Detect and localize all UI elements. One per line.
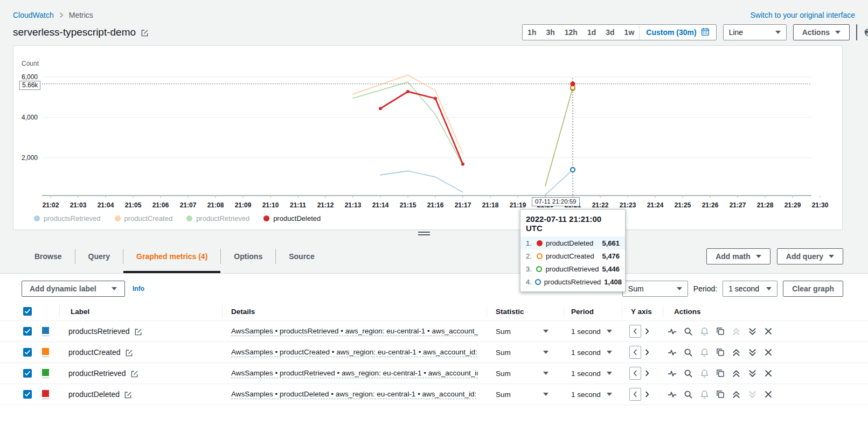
edit-title-icon[interactable] <box>141 29 149 37</box>
chevron-down-icon[interactable] <box>543 372 548 375</box>
row-checkbox[interactable] <box>23 327 32 336</box>
row-checkbox[interactable] <box>23 369 32 378</box>
y-axis-right-button[interactable] <box>643 349 651 356</box>
create-alarm-icon[interactable] <box>700 390 709 399</box>
x-tick-label: 21:28 <box>753 201 777 209</box>
remove-metric-icon[interactable] <box>764 348 773 357</box>
legend-item-productDeleted[interactable]: productDeleted <box>263 214 321 222</box>
switch-interface-link[interactable]: Switch to your original interface <box>750 11 855 19</box>
y-axis-right-button[interactable] <box>643 328 651 335</box>
custom-range-button[interactable]: Custom (30m) <box>640 27 716 38</box>
color-swatch[interactable] <box>42 327 49 336</box>
chevron-down-icon[interactable] <box>607 330 612 333</box>
move-down-icon[interactable] <box>748 327 757 336</box>
statistic-select[interactable]: Sum <box>622 281 688 297</box>
remove-metric-icon[interactable] <box>764 369 773 378</box>
y-axis-left-button[interactable] <box>629 346 641 359</box>
time-range-3h[interactable]: 3h <box>541 25 559 40</box>
search-metric-icon[interactable] <box>684 327 693 336</box>
color-swatch[interactable] <box>42 348 49 357</box>
remove-metric-icon[interactable] <box>764 390 773 399</box>
tab-browse[interactable]: Browse <box>22 240 75 273</box>
move-down-icon[interactable] <box>748 348 757 357</box>
refresh-options-button[interactable] <box>857 24 868 40</box>
time-range-3d[interactable]: 3d <box>601 25 619 40</box>
legend-item-productsRetrieved[interactable]: productsRetrieved <box>34 214 101 222</box>
row-statistic[interactable]: Sum <box>496 384 511 405</box>
move-up-icon[interactable] <box>732 369 741 378</box>
time-range-1w[interactable]: 1w <box>620 25 640 40</box>
row-period[interactable]: 1 second <box>571 342 601 363</box>
search-metric-icon[interactable] <box>684 348 693 357</box>
row-checkbox[interactable] <box>23 390 32 399</box>
create-alarm-icon[interactable] <box>700 327 709 336</box>
time-range-1d[interactable]: 1d <box>582 25 601 40</box>
tab-graphed-metrics-4[interactable]: Graphed metrics (4) <box>123 240 220 273</box>
duplicate-metric-icon[interactable] <box>716 327 725 336</box>
y-axis-right-button[interactable] <box>643 391 651 398</box>
graph-this-metric-icon[interactable] <box>668 348 677 357</box>
row-statistic[interactable]: Sum <box>496 363 511 384</box>
row-period[interactable]: 1 second <box>571 384 601 405</box>
edit-label-icon[interactable] <box>130 370 138 378</box>
panel-resize-handle[interactable] <box>418 232 430 235</box>
select-all-checkbox[interactable] <box>23 307 32 316</box>
chevron-down-icon[interactable] <box>543 351 548 354</box>
add-dynamic-label-button[interactable]: Add dynamic label <box>22 281 125 297</box>
remove-metric-icon[interactable] <box>764 327 773 336</box>
metric-details[interactable]: AwsSamples • productDeleted • aws_region… <box>231 390 476 399</box>
y-axis-left-button[interactable] <box>629 367 641 380</box>
edit-label-icon[interactable] <box>134 328 142 336</box>
row-checkbox[interactable] <box>23 348 32 357</box>
chevron-down-icon[interactable] <box>543 330 548 333</box>
add-math-button[interactable]: Add math <box>706 248 770 264</box>
info-link[interactable]: Info <box>133 285 144 292</box>
edit-label-icon[interactable] <box>125 349 133 357</box>
color-swatch[interactable] <box>42 390 49 399</box>
period-select[interactable]: 1 second <box>723 281 777 297</box>
duplicate-metric-icon[interactable] <box>716 348 725 357</box>
graph-this-metric-icon[interactable] <box>668 327 677 336</box>
breadcrumb-cloudwatch-link[interactable]: CloudWatch <box>13 11 54 19</box>
search-metric-icon[interactable] <box>684 369 693 378</box>
row-statistic[interactable]: Sum <box>496 342 511 363</box>
time-range-12h[interactable]: 12h <box>560 25 582 40</box>
duplicate-metric-icon[interactable] <box>716 390 725 399</box>
tab-source[interactable]: Source <box>276 240 327 273</box>
edit-label-icon[interactable] <box>124 391 132 399</box>
legend-item-productRetrieved[interactable]: productRetrieved <box>186 214 249 222</box>
graph-this-metric-icon[interactable] <box>668 390 677 399</box>
search-metric-icon[interactable] <box>684 390 693 399</box>
chevron-down-icon[interactable] <box>607 372 612 375</box>
chart-type-select[interactable]: Line <box>723 24 787 40</box>
chevron-down-icon[interactable] <box>607 393 612 396</box>
chevron-down-icon[interactable] <box>543 393 548 396</box>
metric-details[interactable]: AwsSamples • productsRetrieved • aws_reg… <box>231 327 478 336</box>
move-down-icon[interactable] <box>748 369 757 378</box>
tab-query[interactable]: Query <box>75 240 123 273</box>
row-statistic[interactable]: Sum <box>496 321 511 342</box>
duplicate-metric-icon[interactable] <box>716 369 725 378</box>
calendar-icon[interactable] <box>701 27 710 38</box>
tab-options[interactable]: Options <box>221 240 275 273</box>
add-query-button[interactable]: Add query <box>777 248 843 264</box>
clear-graph-button[interactable]: Clear graph <box>783 281 843 297</box>
create-alarm-icon[interactable] <box>700 348 709 357</box>
actions-button[interactable]: Actions <box>793 24 850 40</box>
move-up-icon[interactable] <box>732 348 741 357</box>
row-period[interactable]: 1 second <box>571 321 601 342</box>
graph-this-metric-icon[interactable] <box>668 369 677 378</box>
color-swatch[interactable] <box>42 369 49 378</box>
y-axis-left-button[interactable] <box>629 325 641 338</box>
legend-item-productCreated[interactable]: productCreated <box>115 214 173 222</box>
y-axis-right-button[interactable] <box>643 370 651 377</box>
y-axis-left-button[interactable] <box>629 388 641 401</box>
chevron-down-icon[interactable] <box>607 351 612 354</box>
row-period[interactable]: 1 second <box>571 363 601 384</box>
metric-details[interactable]: AwsSamples • productCreated • aws_region… <box>231 348 477 357</box>
metric-details[interactable]: AwsSamples • productRetrieved • aws_regi… <box>231 369 478 378</box>
create-alarm-icon[interactable] <box>700 369 709 378</box>
metric-label: productsRetrieved <box>68 327 130 336</box>
time-range-1h[interactable]: 1h <box>523 25 541 40</box>
move-up-icon[interactable] <box>732 390 741 399</box>
